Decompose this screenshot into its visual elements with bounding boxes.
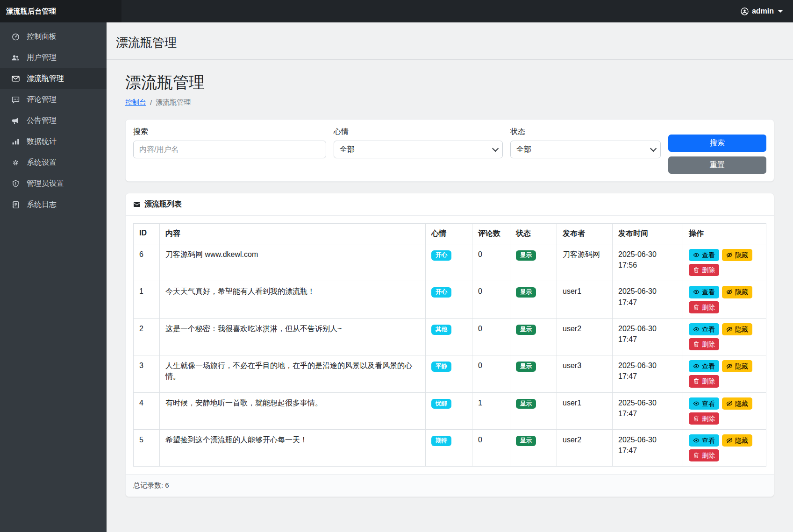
table-row: 4 有时候，安静地听一首歌，就能想起很多事情。 忧郁 1 显示 user1 20… (134, 392, 766, 429)
cell-mood: 忧郁 (426, 392, 472, 429)
delete-button[interactable]: 删除 (689, 449, 719, 461)
hide-button[interactable]: 隐藏 (722, 360, 752, 372)
sidebar-item-label: 控制面板 (27, 32, 57, 42)
eye-slash-icon (726, 437, 733, 444)
cell-publisher: user1 (557, 281, 613, 318)
shield-icon (11, 180, 20, 188)
cell-status: 显示 (510, 318, 557, 355)
table-row: 2 这是一个秘密：我很喜欢吃冰淇淋，但从不告诉别人~ 其他 0 显示 user2… (134, 318, 766, 355)
cell-publisher: 刀客源码网 (557, 244, 613, 281)
delete-button[interactable]: 删除 (689, 412, 719, 425)
mood-label: 心情 (334, 127, 503, 137)
delete-button[interactable]: 删除 (689, 301, 719, 313)
cell-actions: 查看 隐藏 删除 (683, 392, 766, 429)
sidebar-item-admin-settings[interactable]: 管理员设置 (0, 173, 107, 194)
search-button[interactable]: 搜索 (668, 135, 766, 152)
trash-icon (693, 452, 700, 459)
column-header-publisher: 发布者 (557, 224, 613, 244)
cell-id: 6 (134, 244, 160, 281)
view-button[interactable]: 查看 (689, 249, 719, 261)
publish-date: 2025-06-30 (618, 360, 677, 371)
column-header-date: 发布时间 (613, 224, 683, 244)
cell-id: 2 (134, 318, 160, 355)
status-badge: 显示 (516, 287, 536, 298)
sidebar-item-logs[interactable]: 系统日志 (0, 194, 107, 215)
eye-slash-icon (726, 252, 733, 258)
sidebar-item-statistics[interactable]: 数据统计 (0, 131, 107, 152)
view-button[interactable]: 查看 (689, 323, 719, 335)
cell-id: 5 (134, 429, 160, 466)
page-title: 漂流瓶管理 (125, 72, 774, 93)
username-label: admin (752, 7, 774, 15)
delete-button[interactable]: 删除 (689, 264, 719, 276)
mood-select[interactable]: 全部 (334, 141, 503, 158)
chat-icon (11, 96, 20, 104)
cell-publisher: user3 (557, 355, 613, 392)
search-label: 搜索 (133, 127, 326, 137)
cell-publish-time: 2025-06-30 17:47 (613, 281, 683, 318)
column-header-actions: 操作 (683, 224, 766, 244)
envelope-icon (133, 201, 141, 208)
mood-badge: 开心 (431, 250, 451, 261)
delete-button[interactable]: 删除 (689, 338, 719, 350)
cell-actions: 查看 隐藏 删除 (683, 318, 766, 355)
mood-badge: 平静 (431, 362, 451, 372)
sidebar-item-label: 系统日志 (27, 200, 57, 210)
user-menu[interactable]: admin (741, 7, 793, 15)
gear-icon (11, 159, 20, 167)
cell-publish-time: 2025-06-30 17:47 (613, 429, 683, 466)
sidebar-item-comments[interactable]: 评论管理 (0, 89, 107, 110)
delete-button[interactable]: 删除 (689, 375, 719, 387)
sidebar-item-label: 系统设置 (27, 158, 57, 168)
publish-time: 17:47 (618, 371, 677, 382)
cell-comments: 0 (472, 244, 510, 281)
hide-button[interactable]: 隐藏 (722, 323, 752, 335)
status-badge: 显示 (516, 436, 536, 446)
cell-content: 人生就像一场旅行，不必在乎目的地，在乎的是沿途的风景以及看风景的心情。 (160, 355, 426, 392)
sidebar-item-settings[interactable]: 系统设置 (0, 152, 107, 173)
breadcrumb: 控制台 / 漂流瓶管理 (125, 98, 774, 107)
users-icon (11, 54, 20, 62)
status-select[interactable]: 全部 (510, 141, 661, 158)
cell-comments: 1 (472, 392, 510, 429)
search-input[interactable] (133, 141, 326, 158)
brand-zone: 漂流瓶后台管理 (0, 0, 121, 22)
sidebar-item-bottles[interactable]: 漂流瓶管理 (0, 68, 107, 89)
view-button[interactable]: 查看 (689, 360, 719, 372)
publish-date: 2025-06-30 (618, 323, 677, 334)
table-row: 6 刀客源码网 www.dkewl.com 开心 0 显示 刀客源码网 2025… (134, 244, 766, 281)
bottle-table-body: 6 刀客源码网 www.dkewl.com 开心 0 显示 刀客源码网 2025… (134, 244, 766, 467)
status-label: 状态 (510, 127, 661, 137)
view-button[interactable]: 查看 (689, 286, 719, 298)
publish-date: 2025-06-30 (618, 397, 677, 408)
sidebar-item-label: 评论管理 (27, 95, 57, 105)
journal-icon (11, 201, 20, 209)
sidebar: 控制面板 用户管理 漂流瓶管理 评论管理 公告管理 (0, 22, 107, 532)
sidebar-item-dashboard[interactable]: 控制面板 (0, 26, 107, 47)
breadcrumb-link-console[interactable]: 控制台 (125, 98, 146, 107)
hide-button[interactable]: 隐藏 (722, 249, 752, 261)
main-content: 漂流瓶管理 漂流瓶管理 控制台 / 漂流瓶管理 搜索 心情 全部 (107, 22, 793, 532)
mood-badge: 期待 (431, 436, 451, 446)
sidebar-item-announcements[interactable]: 公告管理 (0, 110, 107, 131)
cell-content: 刀客源码网 www.dkewl.com (160, 244, 426, 281)
trash-icon (693, 341, 700, 348)
hide-button[interactable]: 隐藏 (722, 434, 752, 447)
cell-actions: 查看 隐藏 删除 (683, 355, 766, 392)
eye-icon (693, 289, 700, 295)
hide-button[interactable]: 隐藏 (722, 286, 752, 298)
status-badge: 显示 (516, 399, 536, 409)
publish-date: 2025-06-30 (618, 249, 677, 260)
cell-actions: 查看 隐藏 删除 (683, 281, 766, 318)
reset-button[interactable]: 重置 (668, 156, 766, 174)
cell-mood: 开心 (426, 281, 472, 318)
eye-icon (693, 252, 700, 258)
view-button[interactable]: 查看 (689, 397, 719, 410)
bottle-list-header: 漂流瓶列表 (126, 193, 774, 216)
view-button[interactable]: 查看 (689, 434, 719, 447)
hide-button[interactable]: 隐藏 (722, 397, 752, 410)
bottle-list-card: 漂流瓶列表 ID 内容 心情 评论数 状态 发布者 发布时间 (125, 193, 774, 497)
bottle-table: ID 内容 心情 评论数 状态 发布者 发布时间 操作 6 刀客源码网 (133, 223, 766, 467)
publish-time: 17:56 (618, 260, 677, 270)
sidebar-item-users[interactable]: 用户管理 (0, 47, 107, 68)
